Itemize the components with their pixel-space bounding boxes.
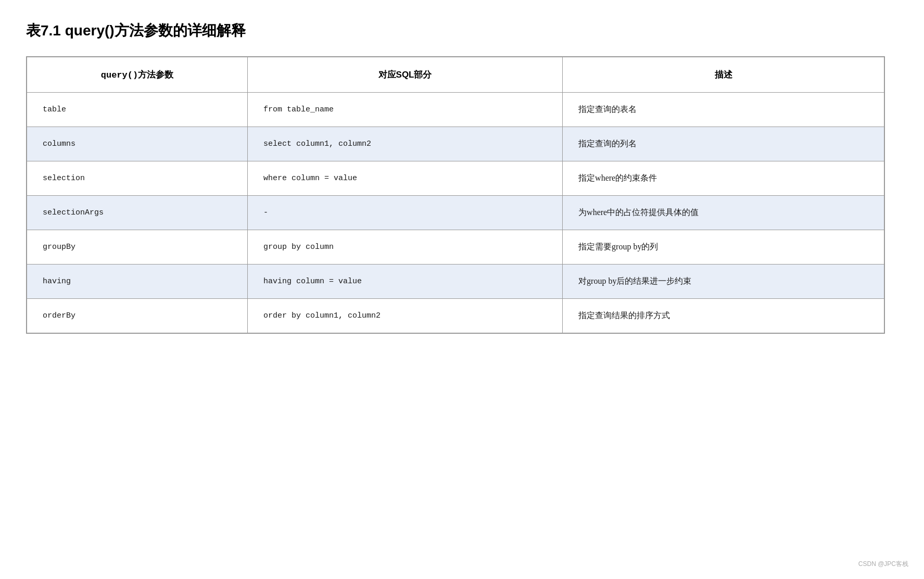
table-row: selectionArgs-为where中的占位符提供具体的值 bbox=[27, 196, 884, 230]
col-header-desc: 描述 bbox=[563, 57, 884, 93]
table-row: groupBygroup by column指定需要group by的列 bbox=[27, 230, 884, 265]
col-header-sql: 对应SQL部分 bbox=[247, 57, 562, 93]
table-row: tablefrom table_name指定查询的表名 bbox=[27, 93, 884, 127]
main-table-container: query()方法参数 对应SQL部分 描述 tablefrom table_n… bbox=[26, 56, 885, 334]
cell-desc: 指定where的约束条件 bbox=[563, 161, 884, 196]
cell-sql: select column1, column2 bbox=[247, 127, 562, 161]
cell-sql: group by column bbox=[247, 230, 562, 265]
cell-desc: 指定查询的列名 bbox=[563, 127, 884, 161]
cell-sql: where column = value bbox=[247, 161, 562, 196]
cell-param: having bbox=[27, 265, 248, 299]
cell-desc: 指定查询的表名 bbox=[563, 93, 884, 127]
cell-sql: order by column1, column2 bbox=[247, 299, 562, 333]
table-row: columnsselect column1, column2指定查询的列名 bbox=[27, 127, 884, 161]
table-row: orderByorder by column1, column2指定查询结果的排… bbox=[27, 299, 884, 333]
cell-desc: 指定需要group by的列 bbox=[563, 230, 884, 265]
cell-param: orderBy bbox=[27, 299, 248, 333]
cell-sql: having column = value bbox=[247, 265, 562, 299]
cell-param: table bbox=[27, 93, 248, 127]
cell-param: selectionArgs bbox=[27, 196, 248, 230]
cell-desc: 为where中的占位符提供具体的值 bbox=[563, 196, 884, 230]
cell-desc: 指定查询结果的排序方式 bbox=[563, 299, 884, 333]
cell-param: selection bbox=[27, 161, 248, 196]
col-header-param: query()方法参数 bbox=[27, 57, 248, 93]
query-params-table: query()方法参数 对应SQL部分 描述 tablefrom table_n… bbox=[27, 57, 884, 333]
table-row: havinghaving column = value对group by后的结果… bbox=[27, 265, 884, 299]
table-header-row: query()方法参数 对应SQL部分 描述 bbox=[27, 57, 884, 93]
cell-param: columns bbox=[27, 127, 248, 161]
cell-sql: from table_name bbox=[247, 93, 562, 127]
page-title: 表7.1 query()方法参数的详细解释 bbox=[26, 21, 898, 41]
cell-sql: - bbox=[247, 196, 562, 230]
table-row: selectionwhere column = value指定where的约束条… bbox=[27, 161, 884, 196]
cell-desc: 对group by后的结果进一步约束 bbox=[563, 265, 884, 299]
watermark: CSDN @JPC客栈 bbox=[858, 560, 908, 569]
cell-param: groupBy bbox=[27, 230, 248, 265]
